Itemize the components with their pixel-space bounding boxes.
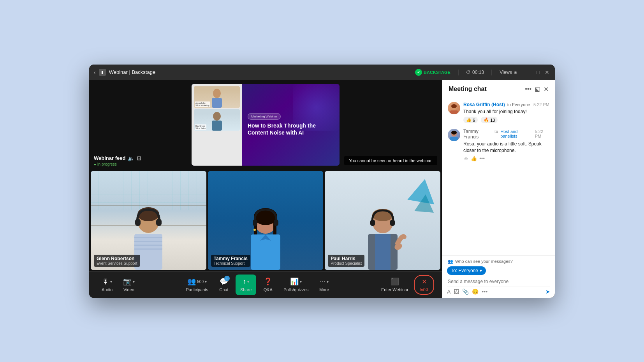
participant-card-1: Glenn Robertson Event Services Support: [91, 171, 206, 270]
slide-left-panel: Amanda LuVP of Marketing Roy GreenVP of …: [192, 84, 242, 166]
attach-file-button[interactable]: 📎: [462, 289, 469, 295]
svg-rect-31: [450, 110, 458, 114]
audio-button[interactable]: 🎙 ▾ Audio: [97, 275, 117, 294]
message-text-2: Rosa, your audio is a little soft. Speak…: [463, 141, 549, 154]
svg-point-33: [451, 131, 457, 135]
views-button[interactable]: Views ⊞: [500, 70, 517, 75]
chat-badge: !: [224, 276, 230, 281]
left-panel: Amanda LuVP of Marketing Roy GreenVP of …: [89, 80, 442, 298]
enter-webinar-icon: ⬛: [391, 277, 399, 286]
reaction-fire[interactable]: 🔥 13: [481, 117, 498, 123]
send-button[interactable]: ➤: [545, 289, 550, 295]
svg-rect-21: [274, 220, 278, 226]
chat-footer: 👥 Who can see your messages? To: Everyon…: [442, 255, 555, 298]
thumbsup-button[interactable]: 👍: [471, 156, 477, 161]
qa-icon: ❓: [264, 277, 272, 286]
volume-icon[interactable]: 🔈: [128, 155, 134, 161]
svg-rect-25: [375, 234, 391, 270]
svg-rect-8: [134, 241, 162, 242]
chat-messages: Rosa Griffin (Host) to Everyone 5:22 PM …: [442, 97, 555, 255]
close-button[interactable]: ✕: [544, 69, 550, 75]
chat-icon: 💬 !: [220, 277, 228, 286]
message-header-1: Rosa Griffin (Host) to Everyone 5:22 PM: [463, 102, 549, 107]
webinar-feed-area: Amanda LuVP of Marketing Roy GreenVP of …: [89, 80, 442, 170]
chat-popout-button[interactable]: ⬕: [535, 86, 540, 93]
svg-rect-3: [212, 121, 222, 131]
back-button[interactable]: ‹: [94, 69, 96, 75]
main-content: Amanda LuVP of Marketing Roy GreenVP of …: [89, 80, 555, 298]
more-button[interactable]: ··· ▾ More: [314, 275, 334, 294]
microphone-icon: 🎙 ▾: [102, 278, 112, 286]
svg-rect-7: [134, 237, 162, 238]
svg-rect-11: [135, 219, 141, 226]
svg-point-30: [451, 104, 457, 108]
svg-point-0: [213, 89, 221, 98]
participants-icon: 👥 500▾: [187, 277, 207, 286]
more-actions-button[interactable]: •••: [482, 289, 487, 295]
format-button[interactable]: A: [447, 289, 450, 295]
chat-header-actions: ••• ⬕ ✕: [525, 86, 549, 93]
message-header-2: Tammy Francis to Host and panelists 5:22…: [463, 129, 549, 140]
toolbar-right: ⬛ Enter Webinar ✕ End: [377, 275, 434, 295]
svg-rect-10: [134, 248, 162, 250]
video-button[interactable]: 📷 ▾ Video: [119, 275, 139, 294]
slide-decoration: [293, 84, 340, 131]
window-icon: ▮: [99, 69, 106, 76]
message-time-2: 5:22 PM: [535, 129, 549, 138]
chat-input-left-actions: A 🖼 📎 😊 •••: [447, 289, 487, 295]
message-reactions-1: 👍 6 🔥 13: [463, 117, 549, 123]
message-sender-2: Tammy Francis: [463, 129, 492, 140]
reaction-thumbs[interactable]: 👍 6: [463, 117, 478, 123]
chat-more-button[interactable]: •••: [525, 86, 531, 93]
chat-message-2: Tammy Francis to Host and panelists 5:22…: [448, 129, 549, 161]
cannot-seen-notice: You cannot be seen or heard in the webin…: [344, 156, 437, 165]
maximize-button[interactable]: □: [535, 69, 541, 75]
react-button[interactable]: ☺: [463, 156, 468, 161]
message-time-1: 5:22 PM: [533, 102, 549, 107]
to-selector[interactable]: To: Everyone ▾: [447, 266, 486, 275]
toolbar: 🎙 ▾ Audio 📷 ▾ Video 👥 500▾: [89, 271, 442, 298]
avatar-rosa: [448, 102, 460, 114]
message-content-1: Rosa Griffin (Host) to Everyone 5:22 PM …: [463, 102, 549, 124]
feed-title: Webinar feed 🔈 ⊡: [94, 155, 141, 161]
feed-status: ● In progress: [94, 162, 141, 166]
svg-point-2: [213, 112, 221, 121]
chat-button[interactable]: 💬 ! Chat: [214, 275, 234, 294]
svg-rect-17: [251, 234, 280, 270]
captions-icon[interactable]: ⊡: [137, 155, 141, 161]
feed-label: Webinar feed 🔈 ⊡ ● In progress: [94, 155, 141, 166]
toolbar-left: 🎙 ▾ Audio 📷 ▾ Video: [97, 275, 139, 294]
participants-button[interactable]: 👥 500▾ Participants: [182, 275, 212, 294]
grid-icon: ⊞: [514, 70, 517, 75]
end-icon: ✕: [422, 278, 427, 285]
message-content-2: Tammy Francis to Host and panelists 5:22…: [463, 129, 549, 161]
minimize-button[interactable]: –: [525, 69, 531, 75]
attach-image-button[interactable]: 🖼: [454, 289, 459, 295]
avatar-tammy: [448, 129, 460, 141]
participants-row: Glenn Robertson Event Services Support: [89, 170, 442, 271]
who-can-see: 👥 Who can see your messages?: [447, 259, 550, 264]
webinar-tag: Marketing Webinar: [248, 113, 281, 120]
webinar-slide: Amanda LuVP of Marketing Roy GreenVP of …: [192, 84, 340, 166]
shield-icon: ✓: [415, 69, 422, 76]
message-more-button[interactable]: •••: [479, 156, 485, 161]
message-actions-2: ☺ 👍 •••: [463, 156, 549, 161]
window-title: Webinar | Backstage: [109, 69, 155, 75]
more-icon: ··· ▾: [320, 278, 329, 286]
participant-card-2: Tammy Francis Technical Support: [208, 171, 324, 270]
message-sender-1: Rosa Griffin (Host): [463, 102, 505, 107]
enter-webinar-button[interactable]: ⬛ Enter Webinar: [377, 275, 412, 294]
end-button[interactable]: ✕ End: [414, 275, 434, 295]
share-button[interactable]: ↑ ▾ Share: [236, 275, 256, 295]
emoji-button[interactable]: 😊: [472, 289, 479, 295]
svg-rect-28: [390, 220, 395, 226]
qa-button[interactable]: ❓ Q&A: [258, 275, 278, 294]
message-input[interactable]: [447, 277, 550, 287]
svg-point-19: [253, 229, 256, 231]
svg-rect-12: [156, 219, 162, 226]
svg-rect-1: [212, 98, 222, 108]
chat-close-button[interactable]: ✕: [544, 86, 549, 93]
polls-button[interactable]: 📊 ▾ Polls/quizzes: [280, 275, 312, 294]
people-icon: 👥: [448, 259, 453, 264]
svg-rect-20: [253, 220, 257, 226]
